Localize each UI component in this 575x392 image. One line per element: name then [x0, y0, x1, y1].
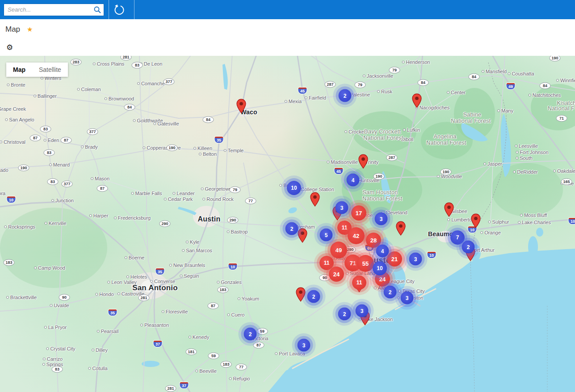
map-town-label: Eldorado [0, 167, 8, 173]
map-town-label: Rusk [377, 89, 392, 94]
cluster-marker-red[interactable]: 55 [357, 255, 374, 272]
map-town-label: Pearsall [97, 329, 119, 334]
route-shield: 290 [227, 217, 238, 224]
route-shield: 83 [52, 366, 63, 373]
cluster-marker-blue[interactable]: 2 [285, 222, 298, 235]
favorite-star-icon[interactable]: ★ [27, 26, 33, 33]
map-pin[interactable] [471, 213, 481, 228]
route-shield: 84 [124, 104, 135, 111]
map-town-label: La Pryor [44, 325, 67, 330]
map-town-label: De Leon [140, 61, 163, 67]
route-shield: 87 [97, 185, 108, 192]
map-town-label: Kenedy [189, 334, 209, 340]
cluster-marker-blue[interactable]: 5 [320, 229, 333, 242]
cluster-marker-blue[interactable]: 10 [373, 261, 387, 275]
search-icon[interactable] [93, 6, 101, 14]
map-canvas[interactable]: WintersBronteColemanCross PlainsDe LeonC… [0, 56, 575, 392]
app-window: Map ★ ⚙ [0, 0, 575, 392]
route-shield: 377 [61, 181, 72, 188]
cluster-marker-red[interactable]: 17 [351, 205, 366, 221]
map-town-label: Center [447, 90, 466, 95]
map-town-label: Brady [81, 144, 98, 150]
route-shield: 84 [203, 117, 214, 123]
cluster-marker-red[interactable]: 21 [387, 251, 402, 267]
map-town-label: Sugar Land [346, 271, 375, 276]
map-town-label: Sonora [0, 191, 5, 196]
cluster-marker-blue[interactable]: 2 [307, 290, 320, 303]
map-town-label: San Angelo [5, 117, 34, 122]
map-pin[interactable] [412, 93, 422, 108]
route-shield: 77 [236, 364, 247, 371]
cluster-marker-red[interactable]: 24 [329, 267, 344, 282]
cluster-marker-blue[interactable]: 2 [244, 328, 257, 341]
route-shield: 35 [215, 137, 223, 143]
cluster-marker-red[interactable]: 49 [330, 242, 347, 259]
map-pin[interactable] [298, 228, 308, 243]
cluster-marker-blue[interactable]: 3 [298, 339, 311, 352]
cluster-marker-blue[interactable]: 7 [450, 230, 465, 245]
map-town-label: Carrizo [43, 356, 63, 362]
map-town-label: Harper [89, 213, 109, 218]
route-shield: 283 [70, 59, 81, 66]
cluster-marker-blue[interactable]: 3 [336, 201, 348, 214]
map-pin[interactable] [396, 221, 406, 236]
map-forest-label: Angelina [433, 133, 456, 140]
route-shield: 83 [44, 150, 55, 156]
map-town-label: Christoval [0, 139, 25, 145]
search-input[interactable] [4, 4, 104, 16]
route-shield: 10 [229, 263, 237, 270]
map-town-label: Cedar Park [164, 196, 193, 202]
map-pin[interactable] [444, 202, 454, 217]
map-pin[interactable] [296, 287, 306, 302]
map-town-label: Seguin [180, 273, 199, 279]
map-town-label: Bronte [7, 82, 25, 88]
map-type-satellite-button[interactable]: Satellite [32, 63, 68, 77]
cluster-marker-blue[interactable]: 2 [384, 286, 397, 299]
cluster-marker-blue[interactable]: 4 [376, 245, 389, 258]
route-shield: 290 [159, 221, 170, 227]
route-shield: 10 [428, 252, 436, 258]
cluster-marker-blue[interactable]: 3 [401, 292, 414, 304]
map-town-label: Eden [44, 138, 59, 143]
map-type-map-button[interactable]: Map [6, 63, 32, 77]
map-town-label: New Braunfels [169, 263, 206, 268]
route-shield: 59 [208, 353, 219, 359]
refresh-button[interactable] [109, 0, 130, 19]
route-shield: 71 [556, 115, 567, 122]
route-shield: 183 [220, 361, 231, 368]
route-shield: 45 [335, 168, 343, 174]
cluster-marker-blue[interactable]: 3 [375, 213, 388, 225]
route-shield: 190 [373, 173, 384, 180]
map-town-label: Dilley [92, 347, 108, 353]
cluster-marker-red[interactable]: 42 [348, 227, 365, 244]
page-title: Map [5, 25, 20, 34]
map-town-label: Jasper [483, 161, 502, 167]
cluster-marker-blue[interactable]: 10 [287, 181, 301, 195]
settings-gear-icon[interactable]: ⚙ [6, 44, 13, 51]
map-town-label: Hondo [95, 292, 113, 297]
map-pin[interactable] [358, 154, 369, 169]
map-town-label: Bastrop [227, 229, 248, 234]
cluster-marker-blue[interactable]: 2 [339, 89, 352, 102]
cluster-marker-blue[interactable]: 3 [356, 304, 369, 317]
cluster-marker-blue[interactable]: 3 [409, 253, 422, 266]
route-shield: 281 [120, 56, 131, 61]
cluster-marker-red[interactable]: 11 [352, 275, 366, 290]
map-town-label: Yoakum [238, 296, 259, 301]
pin-icon [396, 221, 406, 236]
route-shield: 287 [386, 154, 397, 161]
map-town-label: Moss Bluff [520, 213, 547, 218]
cluster-marker-blue[interactable]: 2 [338, 308, 351, 321]
map-town-label: Menard [49, 162, 70, 167]
map-pin[interactable] [236, 99, 247, 113]
cluster-marker-blue[interactable]: 2 [462, 241, 475, 254]
map-town-label: Helotes [126, 274, 147, 279]
map-town-label: Floresville [162, 309, 188, 314]
pin-icon [471, 213, 481, 228]
map-town-label: Georgetown [201, 186, 232, 192]
map-town-label: Camp Wood [34, 265, 65, 271]
map-town-label: Rocksprings [4, 224, 35, 229]
map-pin[interactable] [310, 192, 320, 207]
cluster-marker-blue[interactable]: 4 [347, 174, 360, 187]
map-town-label: Fredericksburg [114, 215, 151, 221]
